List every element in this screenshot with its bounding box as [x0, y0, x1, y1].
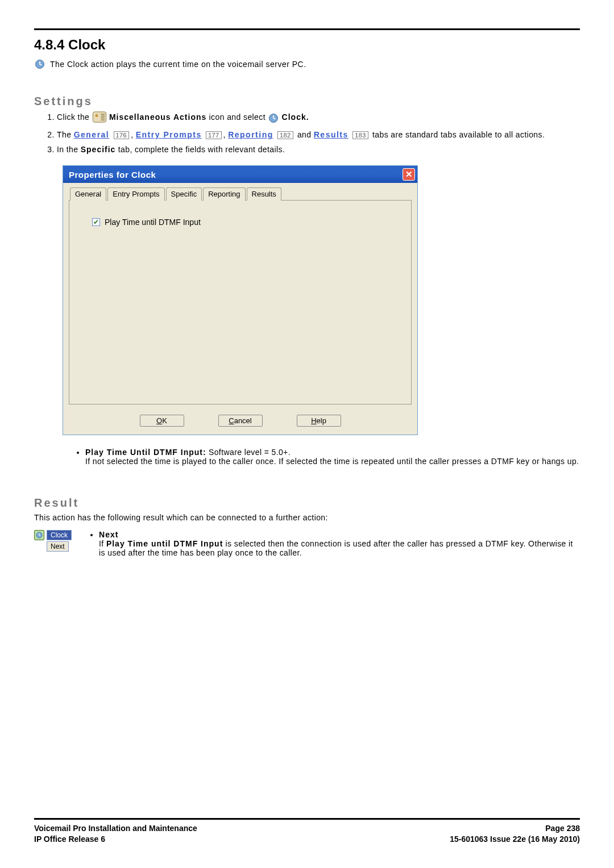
checkbox-label: Play Time until DTMF Input	[105, 218, 201, 227]
footer-right-line1: Page 238	[450, 823, 580, 834]
settings-steps: Click the Miscellaneous Actions icon and…	[57, 111, 580, 160]
step1-pre: Click the	[57, 112, 92, 122]
link-general[interactable]: General	[74, 130, 110, 139]
step1-mid: icon and select	[209, 112, 268, 122]
clock-icon	[34, 59, 45, 70]
top-rule	[34, 28, 580, 30]
clock-label: Clock.	[282, 112, 309, 122]
svg-point-2	[95, 114, 98, 117]
intro-row: The Clock action plays the current time …	[34, 59, 580, 70]
dialog-button-row: OK Cancel Help	[69, 415, 412, 427]
step-1: Click the Miscellaneous Actions icon and…	[57, 111, 580, 124]
footer-rule	[34, 818, 580, 820]
next-desc-pre: If	[99, 539, 106, 548]
step3-pre: In the	[57, 145, 81, 154]
link-entry-prompts[interactable]: Entry Prompts	[136, 130, 202, 139]
flow-clock-icon	[34, 530, 44, 540]
help-button[interactable]: Help	[297, 415, 341, 427]
intro-text: The Clock action plays the current time …	[50, 60, 306, 69]
step3-post: tab, complete the fields with relevant d…	[118, 145, 285, 154]
dialog-titlebar: Properties for Clock ✕	[63, 166, 417, 183]
bullet-line2: If not selected the time is played to th…	[85, 457, 579, 466]
page-badge-general: 176	[114, 131, 130, 139]
flow-next-label: Next	[47, 541, 69, 552]
tab-reporting[interactable]: Reporting	[203, 187, 245, 201]
footer-left: Voicemail Pro Installation and Maintenan…	[34, 823, 197, 845]
spacer	[34, 557, 580, 818]
next-bullet-list: Next If Play Time until DTMF Input is se…	[89, 530, 580, 557]
bullet-rest: Software level = 5.0+.	[209, 448, 291, 457]
cancel-button[interactable]: Cancel	[218, 415, 263, 427]
footer-left-line1: Voicemail Pro Installation and Maintenan…	[34, 823, 197, 834]
misc-actions-label: Miscellaneous Actions	[109, 112, 206, 122]
tab-specific[interactable]: Specific	[166, 187, 202, 201]
dialog-tabs: General Entry Prompts Specific Reporting…	[69, 187, 412, 201]
flow-diagram: Clock Next	[34, 530, 72, 552]
footer-right-line2: 15-601063 Issue 22e (16 May 2010)	[450, 834, 580, 845]
checkbox-icon: ✔	[92, 218, 100, 226]
flow-clock-label: Clock	[47, 530, 72, 540]
next-desc-strong: Play Time until DTMF Input	[106, 539, 223, 548]
specific-panel: ✔ Play Time until DTMF Input	[69, 200, 412, 404]
step2-pre: The	[57, 130, 74, 139]
clock-properties-dialog: Properties for Clock ✕ General Entry Pro…	[63, 165, 418, 435]
ok-button[interactable]: OK	[140, 415, 184, 427]
step2-post: tabs are standard tabs available to all …	[372, 130, 545, 139]
section-title: 4.8.4 Clock	[34, 37, 580, 53]
footer-right: Page 238 15-601063 Issue 22e (16 May 201…	[450, 823, 580, 845]
clock-small-icon	[268, 112, 279, 124]
settings-heading: Settings	[34, 95, 580, 108]
flow-clock-node: Clock	[34, 530, 72, 540]
close-icon: ✕	[405, 169, 413, 180]
flow-next-node: Next	[34, 541, 72, 552]
tab-general[interactable]: General	[70, 187, 106, 201]
result-row: Clock Next Next If Play Time until DTMF …	[34, 530, 580, 557]
page-badge-results: 183	[352, 131, 368, 139]
link-results[interactable]: Results	[314, 130, 349, 139]
specific-strong: Specific	[81, 145, 116, 154]
result-section: Result This action has the following res…	[34, 489, 580, 557]
page-footer: Voicemail Pro Installation and Maintenan…	[34, 823, 580, 845]
dialog-title: Properties for Clock	[69, 170, 156, 180]
bullet-strong: Play Time Until DTMF Input:	[85, 448, 206, 457]
next-bullet: Next If Play Time until DTMF Input is se…	[99, 530, 580, 557]
tab-entry-prompts[interactable]: Entry Prompts	[107, 187, 164, 201]
specific-bullets: Play Time Until DTMF Input: Software lev…	[85, 448, 580, 468]
play-time-checkbox-row[interactable]: ✔ Play Time until DTMF Input	[92, 218, 388, 227]
svg-rect-1	[93, 112, 106, 122]
link-reporting[interactable]: Reporting	[228, 130, 273, 139]
dialog-body: General Entry Prompts Specific Reporting…	[63, 183, 417, 435]
misc-actions-icon	[92, 111, 107, 124]
result-desc: This action has the following result whi…	[34, 513, 580, 522]
page-badge-entry: 177	[206, 131, 222, 139]
footer-left-line2: IP Office Release 6	[34, 834, 197, 845]
result-heading: Result	[34, 496, 580, 510]
bullet-play-time: Play Time Until DTMF Input: Software lev…	[85, 448, 580, 466]
page-badge-reporting: 182	[277, 131, 293, 139]
tab-results[interactable]: Results	[247, 187, 281, 201]
step-2: The General 176, Entry Prompts 177, Repo…	[57, 130, 580, 139]
close-button[interactable]: ✕	[403, 168, 415, 181]
step-3: In the Specific tab, complete the fields…	[57, 145, 580, 154]
next-label: Next	[99, 530, 118, 539]
